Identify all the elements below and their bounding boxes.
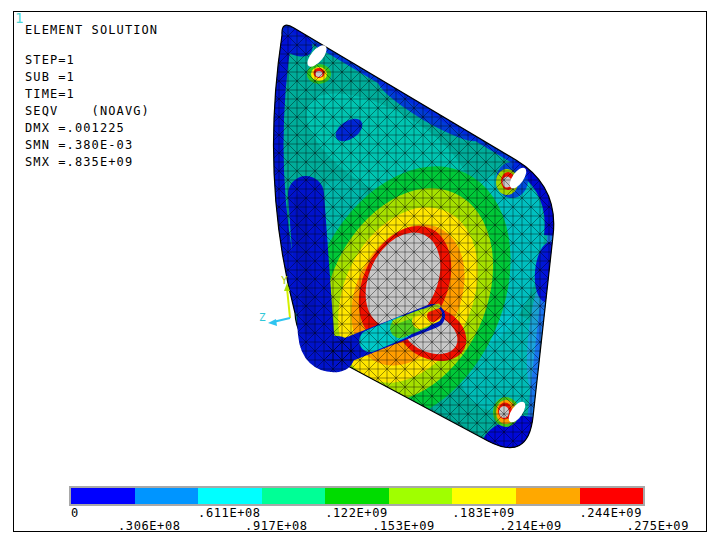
annotation-line-3: SEQV (NOAVG) [25, 103, 150, 120]
annotation-line-6: SMX =.835E+09 [25, 154, 150, 171]
annotation-line-1: SUB =1 [25, 69, 150, 86]
legend-color-cell-8 [580, 488, 644, 504]
legend-label-top-1: .611E+08 [198, 506, 261, 520]
legend-label-top-0: 0 [71, 506, 79, 520]
legend-color-cell-4 [325, 488, 389, 504]
legend-color-cell-1 [135, 488, 199, 504]
legend-color-cell-7 [516, 488, 580, 504]
annotation-line-5: SMN =.380E-03 [25, 137, 150, 154]
solution-title: ELEMENT SOLUTION [25, 23, 158, 37]
z-axis-arrow [268, 319, 277, 326]
graphics-window: Y Z 1 ELEMENT SOLUTION STEP=1SUB =1TIME=… [0, 0, 720, 546]
legend-label-bottom-4: .275E+09 [626, 519, 689, 533]
legend-label-bottom-1: .917E+08 [245, 519, 308, 533]
coordinate-triad: Y Z [259, 274, 290, 326]
solution-lines: STEP=1SUB =1TIME=1SEQV (NOAVG)DMX =.0012… [25, 52, 150, 171]
legend-color-cell-2 [198, 488, 262, 504]
legend-label-top-3: .183E+09 [452, 506, 515, 520]
annotation-line-2: TIME=1 [25, 86, 150, 103]
annotation-line-4: DMX =.001225 [25, 120, 150, 137]
legend-color-cell-6 [452, 488, 516, 504]
contour-legend [69, 486, 645, 506]
legend-label-bottom-2: .153E+09 [372, 519, 435, 533]
legend-label-bottom-0: .306E+08 [118, 519, 181, 533]
y-axis-label: Y [281, 274, 288, 287]
legend-color-cell-3 [262, 488, 326, 504]
legend-color-cell-5 [389, 488, 453, 504]
legend-label-top-2: .122E+09 [325, 506, 388, 520]
solution-info-block: ELEMENT SOLUTION STEP=1SUB =1TIME=1SEQV … [25, 23, 58, 79]
legend-color-bar [71, 488, 643, 504]
z-axis-label: Z [259, 311, 266, 324]
legend-color-cell-0 [71, 488, 135, 504]
annotation-line-0: STEP=1 [25, 52, 150, 69]
legend-label-bottom-3: .214E+09 [499, 519, 562, 533]
legend-label-top-4: .244E+09 [579, 506, 642, 520]
window-number: 1 [15, 10, 23, 26]
